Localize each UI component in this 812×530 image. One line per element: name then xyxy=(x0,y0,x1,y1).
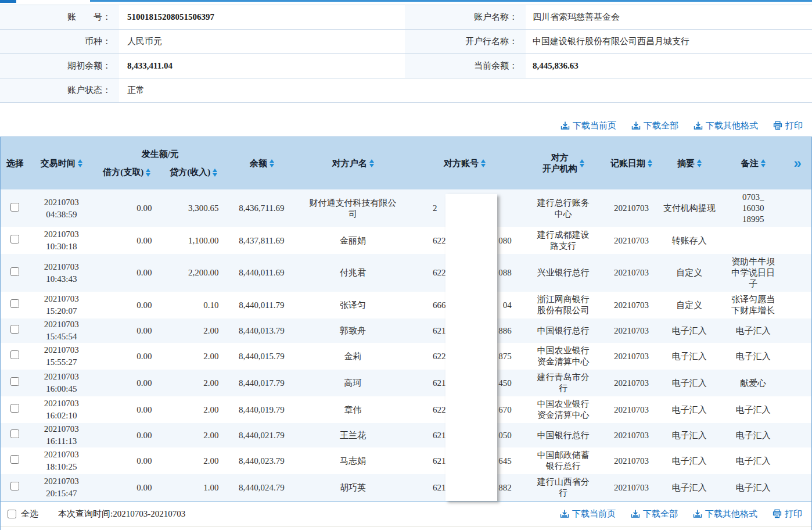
account-info-row: 期初余额： 8,433,411.04 当前余额： 8,445,836.63 xyxy=(0,54,812,78)
row-checkbox[interactable] xyxy=(10,429,19,438)
header-transaction-time[interactable]: 交易时间 xyxy=(30,158,94,169)
cell-debit: 0.00 xyxy=(94,482,160,493)
cell-note xyxy=(723,238,784,243)
tab-strip-right-segment xyxy=(90,0,812,2)
row-checkbox[interactable] xyxy=(10,350,19,359)
account-suffix: 050 xyxy=(498,430,512,441)
transaction-table: 选择 交易时间 发生额/元 借方(支取) 贷方(收入) 余额 对方户名 xyxy=(0,137,812,530)
header-counterparty-name[interactable]: 对方户名 xyxy=(297,158,410,169)
cell-select xyxy=(1,299,30,311)
row-checkbox[interactable] xyxy=(10,377,19,386)
row-checkbox[interactable] xyxy=(10,482,19,490)
download-all-link[interactable]: 下载全部 xyxy=(631,120,678,131)
cell-summary: 自定义 xyxy=(656,300,723,311)
sort-icon[interactable] xyxy=(369,159,374,167)
cell-summary: 电子汇入 xyxy=(656,325,723,336)
row-checkbox[interactable] xyxy=(10,455,19,464)
header-book-date[interactable]: 记账日期 xyxy=(607,158,656,169)
cell-balance: 8,440,017.79 xyxy=(227,378,296,389)
expand-columns-icon[interactable]: » xyxy=(793,156,801,170)
row-checkbox[interactable] xyxy=(10,325,19,334)
sort-icon[interactable] xyxy=(146,169,150,177)
print-link[interactable]: 打印 xyxy=(773,508,802,520)
cell-select xyxy=(1,429,30,441)
current-balance-value: 8,445,836.63 xyxy=(526,54,812,78)
download-current-page-link[interactable]: 下载当前页 xyxy=(561,120,616,131)
header-credit[interactable]: 贷方(收入) xyxy=(160,167,227,178)
row-checkbox[interactable] xyxy=(10,203,19,212)
download-current-page-link[interactable]: 下载当前页 xyxy=(560,508,616,520)
account-prefix: 2 xyxy=(433,203,437,214)
download-other-format-label: 下载其他格式 xyxy=(706,120,758,131)
row-checkbox[interactable] xyxy=(10,404,19,413)
print-link[interactable]: 打印 xyxy=(773,120,803,131)
sort-icon[interactable] xyxy=(78,159,82,167)
cell-book-date: 20210703 xyxy=(607,325,656,336)
row-checkbox[interactable] xyxy=(10,299,19,308)
sort-icon[interactable] xyxy=(481,159,486,167)
sort-icon[interactable] xyxy=(697,159,702,167)
header-counterparty-account[interactable]: 对方账号 xyxy=(409,158,520,169)
account-info-row: 账 号： 51001815208051506397 账户名称： 四川省索玛慈善基… xyxy=(0,5,812,30)
cell-note: 献爱心 xyxy=(723,375,784,391)
row-checkbox[interactable] xyxy=(10,267,19,276)
cell-debit: 0.00 xyxy=(94,404,160,416)
cell-transaction-time: 20210703 16:02:10 xyxy=(30,398,94,422)
download-icon xyxy=(694,121,703,130)
cell-balance: 8,440,023.79 xyxy=(227,456,296,467)
header-counterparty-bank[interactable]: 对方 开户机构 xyxy=(520,152,607,174)
download-all-link[interactable]: 下载全部 xyxy=(631,508,678,520)
cell-select xyxy=(1,404,30,416)
header-balance[interactable]: 余额 xyxy=(227,158,297,169)
header-debit[interactable]: 借方(支取) xyxy=(94,167,160,178)
header-note[interactable]: 备注 xyxy=(723,158,784,169)
table-header: 选择 交易时间 发生额/元 借方(支取) 贷方(收入) 余额 对方户名 xyxy=(1,137,811,189)
cell-note: 张译匀愿当下财库增长 xyxy=(723,292,784,318)
sort-icon[interactable] xyxy=(648,159,652,167)
cell-book-date: 20210703 xyxy=(607,404,656,416)
row-checkbox[interactable] xyxy=(10,235,19,243)
currency-value: 人民币元 xyxy=(119,30,405,53)
cell-summary: 自定义 xyxy=(656,267,723,278)
cell-book-date: 20210703 xyxy=(607,300,656,311)
table-row: 20210703 10:43:43 0.00 2,200.00 8,440,01… xyxy=(1,254,811,292)
account-suffix: 882 xyxy=(498,482,512,493)
cell-transaction-time: 20210703 04:38:59 xyxy=(30,196,94,221)
cell-credit: 2.00 xyxy=(160,351,227,362)
account-name-value: 四川省索玛慈善基金会 xyxy=(526,5,812,29)
header-summary[interactable]: 摘要 xyxy=(656,158,723,169)
cell-transaction-time: 20210703 18:10:25 xyxy=(30,449,94,473)
cell-counterparty-name: 章伟 xyxy=(296,402,409,418)
cell-counterparty-name: 马志娟 xyxy=(296,453,409,469)
account-suffix: 670 xyxy=(498,404,512,416)
cell-credit: 2,200.00 xyxy=(160,267,227,278)
sort-icon[interactable] xyxy=(761,159,766,167)
cell-counterparty-bank: 浙江网商银行股份有限公司 xyxy=(520,292,607,318)
cell-balance: 8,440,021.79 xyxy=(227,430,296,441)
sort-icon[interactable] xyxy=(580,159,584,167)
cell-counterparty-bank: 兴业银行总行 xyxy=(520,265,607,281)
opening-balance-label: 期初余额： xyxy=(0,54,119,78)
print-label: 打印 xyxy=(785,120,803,131)
sort-icon[interactable] xyxy=(213,169,217,177)
currency-label: 币种： xyxy=(0,30,119,53)
download-other-format-link[interactable]: 下载其他格式 xyxy=(693,508,757,520)
cell-balance: 8,440,015.79 xyxy=(227,351,296,362)
cell-note: 电子汇入 xyxy=(723,402,784,418)
cell-note: 电子汇入 xyxy=(723,480,784,496)
cell-summary: 支付机构提现 xyxy=(656,203,723,214)
select-all-checkbox[interactable] xyxy=(8,510,16,518)
cell-counterparty-name: 郭致舟 xyxy=(296,323,409,339)
download-other-format-link[interactable]: 下载其他格式 xyxy=(694,120,758,131)
table-row: 20210703 15:55:27 0.00 2.00 8,440,015.79… xyxy=(1,343,811,370)
cell-summary: 转账存入 xyxy=(656,235,723,246)
cell-book-date: 20210703 xyxy=(607,203,656,214)
cell-debit: 0.00 xyxy=(94,267,160,278)
download-icon xyxy=(693,509,702,518)
printer-icon xyxy=(773,509,782,518)
sort-icon[interactable] xyxy=(270,159,274,167)
cell-transaction-time: 20210703 10:30:18 xyxy=(30,228,94,253)
table-body: 20210703 04:38:59 0.00 3,300.65 8,436,71… xyxy=(1,189,811,501)
cell-balance: 8,440,024.79 xyxy=(227,482,296,493)
cell-summary: 电子汇入 xyxy=(656,404,723,416)
